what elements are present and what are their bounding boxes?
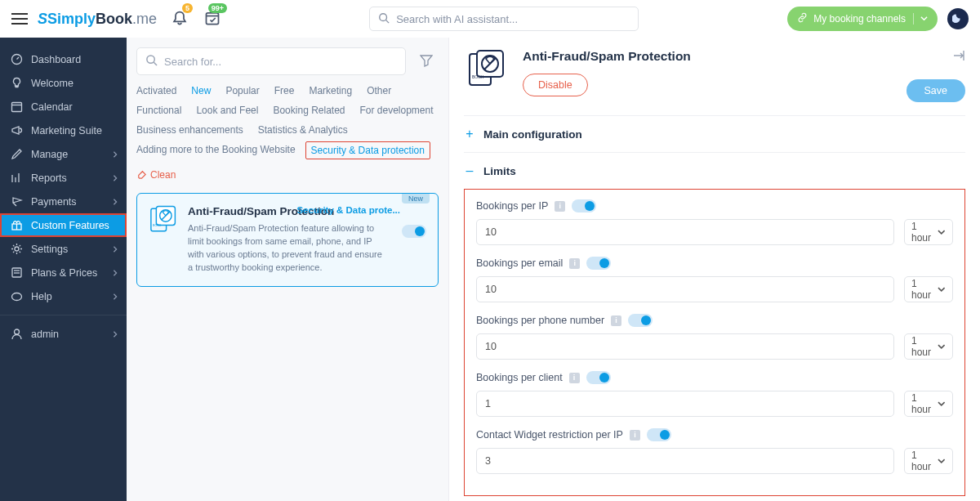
limit-toggle[interactable] [586, 257, 611, 270]
limit-label: Contact Widget restriction per IP [476, 429, 623, 441]
payments-icon [10, 195, 23, 208]
section-main-config-toggle[interactable]: + Main configuration [464, 116, 965, 152]
bookings-counter-button[interactable]: 99+ [204, 10, 220, 29]
sidebar-item-settings[interactable]: Settings [0, 237, 127, 261]
section-limits-toggle[interactable]: – Limits [464, 153, 965, 189]
limit-toggle[interactable] [628, 314, 653, 327]
limit-period-select[interactable]: 1 hour [904, 448, 953, 474]
filter-tag-look-and-feel[interactable]: Look and Feel [196, 105, 258, 116]
filter-tag-functional[interactable]: Functional [136, 105, 181, 116]
feature-title: Anti-Fraud/Spam Protection [523, 49, 893, 64]
limit-value-input[interactable] [476, 276, 894, 302]
limit-period-select[interactable]: 1 hour [904, 391, 953, 417]
card-toggle[interactable] [402, 225, 426, 240]
logo-part1: SSimply [38, 11, 96, 28]
filter-tag-new[interactable]: New [191, 85, 211, 96]
filter-tag-other[interactable]: Other [367, 85, 391, 96]
limit-label: Bookings per email [476, 257, 563, 269]
limit-toggle[interactable] [572, 199, 596, 212]
search-icon [378, 12, 390, 26]
sidebar-item-reports[interactable]: Reports [0, 166, 127, 190]
section-title: Main configuration [483, 128, 582, 141]
chevron-down-icon [913, 13, 928, 25]
global-search-input[interactable]: Search with AI assistant... [369, 7, 639, 31]
filter-tag-business-enhancements[interactable]: Business enhancements [136, 124, 243, 136]
chevron-right-icon [112, 196, 118, 208]
feature-card-antifraud[interactable]: New Anti-Fraud/Spam Protection Anti-Frau… [136, 193, 439, 287]
sidebar-item-label: Settings [31, 244, 68, 255]
filter-button[interactable] [414, 49, 439, 74]
card-badge-new: New [402, 194, 430, 204]
sidebar-item-calendar[interactable]: Calendar [0, 95, 127, 119]
sidebar-item-dashboard[interactable]: Dashboard [0, 47, 127, 71]
sidebar-item-label: Custom Features [31, 220, 109, 231]
filter-tag-activated[interactable]: Activated [136, 85, 176, 96]
shield-icon [464, 49, 510, 90]
save-button[interactable]: Save [906, 79, 966, 102]
sidebar-item-welcome[interactable]: Welcome [0, 71, 127, 95]
notifications-button[interactable]: 5 [172, 10, 188, 29]
theme-toggle-button[interactable] [947, 8, 969, 29]
info-icon[interactable]: i [555, 201, 565, 212]
limit-label: Bookings per client [476, 372, 563, 383]
gift-icon [10, 219, 23, 231]
limit-value-input[interactable] [476, 448, 894, 474]
filter-tag-for-development[interactable]: For development [360, 105, 434, 116]
chevron-right-icon [112, 291, 118, 302]
features-search-input[interactable]: Search for... [136, 47, 406, 75]
toggle-on-icon [402, 228, 426, 240]
filter-tag-marketing[interactable]: Marketing [309, 85, 352, 96]
chevron-right-icon [112, 172, 118, 184]
filter-tag-adding-more-to-the-booking-website[interactable]: Adding more to the Booking Website [136, 144, 296, 157]
info-icon[interactable]: i [569, 373, 580, 383]
sidebar-item-manage[interactable]: Manage [0, 142, 127, 166]
sidebar-item-admin[interactable]: admin [0, 322, 127, 346]
limit-row: Bookings per phone numberi1 hour [476, 314, 953, 360]
features-panel: Search for... ActivatedNewPopularFreeMar… [127, 38, 449, 501]
sidebar-item-payments[interactable]: Payments [0, 190, 127, 213]
sidebar-item-help[interactable]: Help [0, 284, 127, 308]
filter-tag-popular[interactable]: Popular [225, 85, 259, 96]
info-icon[interactable]: i [611, 315, 621, 326]
limit-period-select[interactable]: 1 hour [904, 276, 953, 302]
plus-icon: + [464, 127, 475, 141]
filter-tag-free[interactable]: Free [274, 85, 295, 96]
filter-tag-booking-related[interactable]: Booking Related [273, 105, 345, 116]
collapse-panel-button[interactable] [952, 49, 965, 65]
limit-row: Bookings per emaili1 hour [476, 257, 953, 302]
limit-toggle[interactable] [586, 371, 611, 384]
card-category: Security & Data prote... [296, 205, 400, 215]
limit-toggle[interactable] [647, 428, 671, 441]
limit-period-select[interactable]: 1 hour [904, 219, 953, 245]
filter-tag-statistics-analytics[interactable]: Statistics & Analytics [258, 124, 348, 136]
disable-button[interactable]: Disable [523, 74, 588, 96]
calendar-check-icon [204, 16, 220, 29]
sidebar-item-marketing-suite[interactable]: Marketing Suite [0, 119, 127, 142]
minus-icon: – [464, 163, 475, 178]
sidebar-item-plans-prices[interactable]: Plans & Prices [0, 261, 127, 284]
booking-channels-button[interactable]: My booking channels [787, 7, 938, 31]
limit-value-input[interactable] [476, 333, 894, 360]
sidebar-item-label: Reports [31, 172, 67, 184]
filter-tag-clean[interactable]: Clean [136, 168, 176, 181]
channels-label: My booking channels [813, 13, 906, 25]
sidebar-item-label: Help [31, 291, 52, 302]
logo[interactable]: SSimplyBook.me [38, 11, 157, 28]
logo-part3: .me [132, 11, 157, 28]
sidebar-item-custom-features[interactable]: Custom Features [0, 213, 127, 237]
limit-period-select[interactable]: 1 hour [904, 333, 953, 360]
info-icon[interactable]: i [569, 258, 580, 269]
limit-row: Bookings per clienti1 hour [476, 371, 953, 417]
limit-row: Contact Widget restriction per IPi1 hour [476, 428, 953, 474]
sidebar-item-label: Payments [31, 196, 77, 208]
bookings-count: 99+ [208, 3, 227, 13]
chevron-right-icon [112, 267, 118, 279]
section-title: Limits [483, 165, 516, 177]
global-search-placeholder: Search with AI assistant... [396, 13, 518, 25]
info-icon[interactable]: i [630, 430, 640, 441]
limit-value-input[interactable] [476, 219, 894, 245]
card-description: Anti-Fraud/Spam Protection feature allow… [188, 222, 388, 275]
filter-tag-security-data-protection[interactable]: Security & Data protection [305, 141, 430, 159]
menu-hamburger[interactable] [11, 13, 28, 25]
limit-value-input[interactable] [476, 391, 894, 417]
